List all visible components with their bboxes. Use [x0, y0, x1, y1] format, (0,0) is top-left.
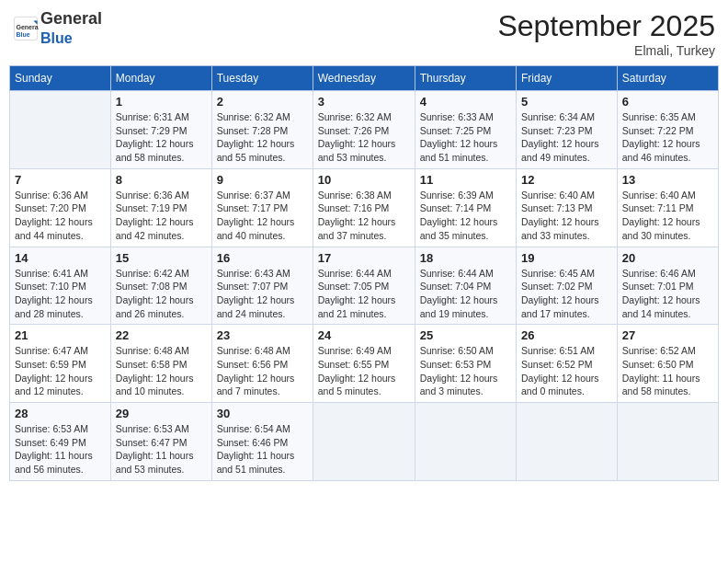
- calendar-cell: [415, 403, 516, 481]
- day-info: Sunrise: 6:47 AM Sunset: 6:59 PM Dayligh…: [15, 344, 106, 398]
- day-number: 13: [622, 173, 713, 187]
- calendar-cell: 17Sunrise: 6:44 AM Sunset: 7:05 PM Dayli…: [313, 247, 415, 325]
- calendar-cell: 9Sunrise: 6:37 AM Sunset: 7:17 PM Daylig…: [211, 168, 313, 247]
- header-friday: Friday: [516, 66, 617, 91]
- day-number: 23: [217, 328, 308, 342]
- day-info: Sunrise: 6:50 AM Sunset: 6:53 PM Dayligh…: [420, 344, 511, 398]
- day-info: Sunrise: 6:49 AM Sunset: 6:55 PM Dayligh…: [318, 344, 410, 398]
- day-number: 2: [217, 95, 308, 109]
- calendar-cell: 14Sunrise: 6:41 AM Sunset: 7:10 PM Dayli…: [10, 247, 111, 325]
- day-info: Sunrise: 6:40 AM Sunset: 7:11 PM Dayligh…: [622, 189, 713, 243]
- day-info: Sunrise: 6:35 AM Sunset: 7:22 PM Dayligh…: [622, 110, 713, 165]
- location: Elmali, Turkey: [497, 43, 715, 58]
- day-number: 30: [217, 407, 308, 420]
- logo-blue-text: Blue: [40, 30, 73, 46]
- day-info: Sunrise: 6:36 AM Sunset: 7:19 PM Dayligh…: [116, 189, 207, 243]
- day-number: 12: [521, 173, 612, 187]
- month-title: September 2025: [497, 9, 715, 43]
- calendar-cell: 24Sunrise: 6:49 AM Sunset: 6:55 PM Dayli…: [313, 325, 415, 403]
- svg-text:Blue: Blue: [17, 31, 30, 38]
- day-info: Sunrise: 6:48 AM Sunset: 6:58 PM Dayligh…: [116, 344, 207, 398]
- calendar-cell: 25Sunrise: 6:50 AM Sunset: 6:53 PM Dayli…: [415, 325, 516, 403]
- day-number: 8: [116, 173, 207, 187]
- calendar-cell: [10, 91, 111, 169]
- day-info: Sunrise: 6:52 AM Sunset: 6:50 PM Dayligh…: [622, 344, 713, 398]
- calendar-cell: 10Sunrise: 6:38 AM Sunset: 7:16 PM Dayli…: [313, 168, 415, 247]
- calendar-cell: 3Sunrise: 6:32 AM Sunset: 7:26 PM Daylig…: [313, 91, 415, 169]
- day-number: 10: [318, 173, 410, 187]
- calendar-cell: 19Sunrise: 6:45 AM Sunset: 7:02 PM Dayli…: [516, 247, 617, 325]
- day-info: Sunrise: 6:36 AM Sunset: 7:20 PM Dayligh…: [15, 189, 106, 243]
- calendar-cell: 22Sunrise: 6:48 AM Sunset: 6:58 PM Dayli…: [110, 325, 211, 403]
- calendar-cell: 20Sunrise: 6:46 AM Sunset: 7:01 PM Dayli…: [617, 247, 718, 325]
- day-info: Sunrise: 6:44 AM Sunset: 7:05 PM Dayligh…: [318, 267, 410, 321]
- day-info: Sunrise: 6:34 AM Sunset: 7:23 PM Dayligh…: [521, 110, 612, 165]
- day-number: 15: [116, 251, 207, 265]
- day-info: Sunrise: 6:41 AM Sunset: 7:10 PM Dayligh…: [15, 267, 106, 321]
- calendar-week-row: 7Sunrise: 6:36 AM Sunset: 7:20 PM Daylig…: [10, 168, 719, 247]
- day-info: Sunrise: 6:46 AM Sunset: 7:01 PM Dayligh…: [622, 267, 713, 321]
- day-info: Sunrise: 6:40 AM Sunset: 7:13 PM Dayligh…: [521, 189, 612, 243]
- calendar-cell: 30Sunrise: 6:54 AM Sunset: 6:46 PM Dayli…: [211, 403, 313, 481]
- calendar-cell: 21Sunrise: 6:47 AM Sunset: 6:59 PM Dayli…: [10, 325, 111, 403]
- calendar-table: SundayMondayTuesdayWednesdayThursdayFrid…: [9, 65, 719, 481]
- day-number: 1: [116, 95, 207, 109]
- day-number: 17: [318, 251, 410, 265]
- day-number: 16: [217, 251, 308, 265]
- day-info: Sunrise: 6:37 AM Sunset: 7:17 PM Dayligh…: [217, 189, 308, 243]
- calendar-cell: [516, 403, 617, 481]
- calendar-week-row: 1Sunrise: 6:31 AM Sunset: 7:29 PM Daylig…: [10, 91, 719, 169]
- day-info: Sunrise: 6:51 AM Sunset: 6:52 PM Dayligh…: [521, 344, 612, 398]
- day-info: Sunrise: 6:44 AM Sunset: 7:04 PM Dayligh…: [420, 267, 511, 321]
- calendar-cell: [313, 403, 415, 481]
- header-thursday: Thursday: [415, 66, 516, 91]
- day-number: 27: [622, 328, 713, 342]
- day-info: Sunrise: 6:38 AM Sunset: 7:16 PM Dayligh…: [318, 189, 410, 243]
- day-info: Sunrise: 6:32 AM Sunset: 7:28 PM Dayligh…: [217, 110, 308, 165]
- calendar-cell: 16Sunrise: 6:43 AM Sunset: 7:07 PM Dayli…: [211, 247, 313, 325]
- logo: General Blue General Blue: [13, 9, 102, 48]
- day-info: Sunrise: 6:53 AM Sunset: 6:49 PM Dayligh…: [15, 422, 106, 477]
- calendar-cell: 15Sunrise: 6:42 AM Sunset: 7:08 PM Dayli…: [110, 247, 211, 325]
- header-saturday: Saturday: [617, 66, 718, 91]
- header-tuesday: Tuesday: [211, 66, 313, 91]
- day-number: 7: [15, 173, 106, 187]
- calendar-cell: 13Sunrise: 6:40 AM Sunset: 7:11 PM Dayli…: [617, 168, 718, 247]
- day-number: 4: [420, 95, 511, 109]
- calendar-cell: 6Sunrise: 6:35 AM Sunset: 7:22 PM Daylig…: [617, 91, 718, 169]
- day-number: 20: [622, 251, 713, 265]
- calendar-cell: 18Sunrise: 6:44 AM Sunset: 7:04 PM Dayli…: [415, 247, 516, 325]
- day-number: 11: [420, 173, 511, 187]
- calendar-cell: 4Sunrise: 6:33 AM Sunset: 7:25 PM Daylig…: [415, 91, 516, 169]
- day-number: 9: [217, 173, 308, 187]
- title-block: September 2025 Elmali, Turkey: [497, 9, 715, 58]
- logo-general-text: General: [40, 9, 102, 28]
- day-info: Sunrise: 6:54 AM Sunset: 6:46 PM Dayligh…: [217, 422, 308, 477]
- calendar-cell: 28Sunrise: 6:53 AM Sunset: 6:49 PM Dayli…: [10, 403, 111, 481]
- day-number: 14: [15, 251, 106, 265]
- calendar-cell: 11Sunrise: 6:39 AM Sunset: 7:14 PM Dayli…: [415, 168, 516, 247]
- header-sunday: Sunday: [10, 66, 111, 91]
- calendar-header-row: SundayMondayTuesdayWednesdayThursdayFrid…: [10, 66, 719, 91]
- calendar-week-row: 28Sunrise: 6:53 AM Sunset: 6:49 PM Dayli…: [10, 403, 719, 481]
- day-number: 24: [318, 328, 410, 342]
- calendar-cell: 1Sunrise: 6:31 AM Sunset: 7:29 PM Daylig…: [110, 91, 211, 169]
- day-number: 18: [420, 251, 511, 265]
- logo-icon: General Blue: [13, 16, 39, 41]
- header-monday: Monday: [110, 66, 211, 91]
- day-info: Sunrise: 6:33 AM Sunset: 7:25 PM Dayligh…: [420, 110, 511, 165]
- day-number: 26: [521, 328, 612, 342]
- day-info: Sunrise: 6:43 AM Sunset: 7:07 PM Dayligh…: [217, 267, 308, 321]
- day-number: 5: [521, 95, 612, 109]
- day-number: 21: [15, 328, 106, 342]
- day-number: 29: [116, 407, 207, 420]
- calendar-cell: 12Sunrise: 6:40 AM Sunset: 7:13 PM Dayli…: [516, 168, 617, 247]
- day-number: 25: [420, 328, 511, 342]
- calendar-cell: 7Sunrise: 6:36 AM Sunset: 7:20 PM Daylig…: [10, 168, 111, 247]
- day-info: Sunrise: 6:42 AM Sunset: 7:08 PM Dayligh…: [116, 267, 207, 321]
- calendar-cell: 27Sunrise: 6:52 AM Sunset: 6:50 PM Dayli…: [617, 325, 718, 403]
- calendar-cell: 8Sunrise: 6:36 AM Sunset: 7:19 PM Daylig…: [110, 168, 211, 247]
- day-number: 28: [15, 407, 106, 420]
- calendar-cell: 23Sunrise: 6:48 AM Sunset: 6:56 PM Dayli…: [211, 325, 313, 403]
- calendar-cell: 26Sunrise: 6:51 AM Sunset: 6:52 PM Dayli…: [516, 325, 617, 403]
